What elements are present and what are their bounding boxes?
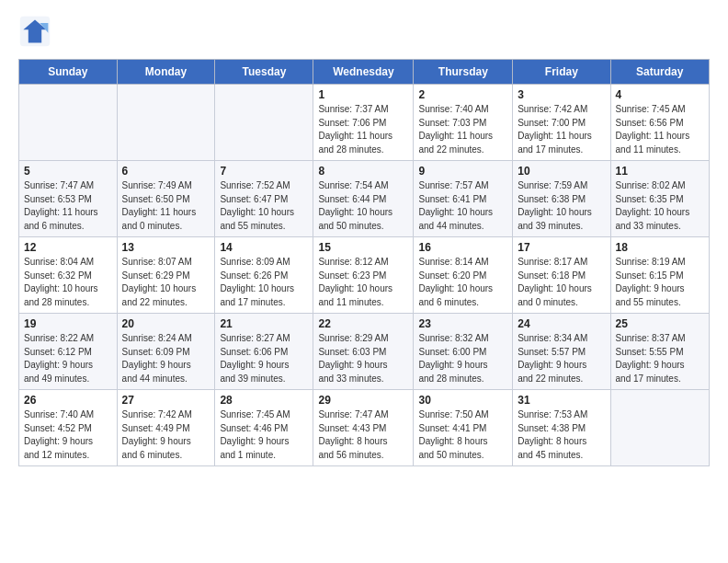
weekday-header: Saturday [610,60,709,85]
day-info: Sunrise: 7:40 AM Sunset: 4:52 PM Dayligh… [24,408,112,462]
calendar-day-cell: 6Sunrise: 7:49 AM Sunset: 6:50 PM Daylig… [117,161,215,237]
calendar-day-cell: 12Sunrise: 8:04 AM Sunset: 6:32 PM Dayli… [19,237,118,314]
day-info: Sunrise: 7:54 AM Sunset: 6:44 PM Dayligh… [318,179,408,233]
weekday-header: Tuesday [215,60,313,85]
calendar-table: SundayMondayTuesdayWednesdayThursdayFrid… [18,59,710,466]
calendar-day-cell: 26Sunrise: 7:40 AM Sunset: 4:52 PM Dayli… [19,390,118,466]
calendar-week-row: 1Sunrise: 7:37 AM Sunset: 7:06 PM Daylig… [19,85,710,161]
day-info: Sunrise: 8:27 AM Sunset: 6:06 PM Dayligh… [220,332,308,385]
calendar-day-cell: 24Sunrise: 8:34 AM Sunset: 5:57 PM Dayli… [513,314,610,390]
day-number: 28 [220,394,308,407]
calendar-day-cell: 15Sunrise: 8:12 AM Sunset: 6:23 PM Dayli… [313,237,414,314]
day-info: Sunrise: 8:12 AM Sunset: 6:23 PM Dayligh… [318,256,408,309]
calendar-day-cell: 19Sunrise: 8:22 AM Sunset: 6:12 PM Dayli… [19,314,118,390]
day-info: Sunrise: 7:47 AM Sunset: 6:53 PM Dayligh… [24,179,112,233]
day-info: Sunrise: 8:22 AM Sunset: 6:12 PM Dayligh… [24,332,112,385]
day-info: Sunrise: 7:45 AM Sunset: 4:46 PM Dayligh… [220,408,308,462]
weekday-header: Wednesday [313,60,414,85]
calendar-week-row: 26Sunrise: 7:40 AM Sunset: 4:52 PM Dayli… [19,390,710,466]
calendar-day-cell: 5Sunrise: 7:47 AM Sunset: 6:53 PM Daylig… [19,161,118,237]
weekday-header: Thursday [414,60,513,85]
day-number: 16 [418,241,507,254]
calendar-day-cell: 14Sunrise: 8:09 AM Sunset: 6:26 PM Dayli… [215,237,313,314]
calendar-day-cell [19,85,118,161]
calendar-day-cell [610,390,709,466]
calendar-day-cell: 22Sunrise: 8:29 AM Sunset: 6:03 PM Dayli… [313,314,414,390]
day-number: 1 [318,88,408,101]
calendar-week-row: 19Sunrise: 8:22 AM Sunset: 6:12 PM Dayli… [19,314,710,390]
calendar-day-cell: 18Sunrise: 8:19 AM Sunset: 6:15 PM Dayli… [610,237,709,314]
day-info: Sunrise: 7:59 AM Sunset: 6:38 PM Dayligh… [518,179,605,233]
day-info: Sunrise: 7:50 AM Sunset: 4:41 PM Dayligh… [418,408,507,462]
calendar-week-row: 12Sunrise: 8:04 AM Sunset: 6:32 PM Dayli… [19,237,710,314]
day-info: Sunrise: 7:45 AM Sunset: 6:56 PM Dayligh… [616,103,704,156]
day-info: Sunrise: 7:47 AM Sunset: 4:43 PM Dayligh… [318,408,408,462]
day-number: 8 [318,165,408,178]
calendar-day-cell: 23Sunrise: 8:32 AM Sunset: 6:00 PM Dayli… [414,314,513,390]
calendar-day-cell [215,85,313,161]
day-number: 21 [220,317,308,330]
weekday-header: Monday [117,60,215,85]
calendar-day-cell: 7Sunrise: 7:52 AM Sunset: 6:47 PM Daylig… [215,161,313,237]
day-info: Sunrise: 7:53 AM Sunset: 4:38 PM Dayligh… [518,408,605,462]
calendar-week-row: 5Sunrise: 7:47 AM Sunset: 6:53 PM Daylig… [19,161,710,237]
day-number: 9 [418,165,507,178]
calendar-day-cell: 21Sunrise: 8:27 AM Sunset: 6:06 PM Dayli… [215,314,313,390]
day-number: 3 [518,88,605,101]
day-number: 15 [318,241,408,254]
day-number: 11 [616,165,704,178]
day-info: Sunrise: 8:14 AM Sunset: 6:20 PM Dayligh… [418,256,507,309]
day-number: 30 [418,394,507,407]
day-info: Sunrise: 8:04 AM Sunset: 6:32 PM Dayligh… [24,256,112,309]
calendar-day-cell [117,85,215,161]
calendar-day-cell: 1Sunrise: 7:37 AM Sunset: 7:06 PM Daylig… [313,85,414,161]
weekday-header-row: SundayMondayTuesdayWednesdayThursdayFrid… [19,60,710,85]
calendar-day-cell: 28Sunrise: 7:45 AM Sunset: 4:46 PM Dayli… [215,390,313,466]
day-number: 25 [616,317,704,330]
day-info: Sunrise: 8:24 AM Sunset: 6:09 PM Dayligh… [122,332,210,385]
day-number: 20 [122,317,210,330]
calendar-day-cell: 27Sunrise: 7:42 AM Sunset: 4:49 PM Dayli… [117,390,215,466]
day-info: Sunrise: 8:29 AM Sunset: 6:03 PM Dayligh… [318,332,408,385]
day-number: 26 [24,394,112,407]
calendar-day-cell: 2Sunrise: 7:40 AM Sunset: 7:03 PM Daylig… [414,85,513,161]
day-number: 12 [24,241,112,254]
calendar-day-cell: 17Sunrise: 8:17 AM Sunset: 6:18 PM Dayli… [513,237,610,314]
page-container: SundayMondayTuesdayWednesdayThursdayFrid… [0,0,728,481]
day-number: 29 [318,394,408,407]
day-number: 22 [318,317,408,330]
day-number: 19 [24,317,112,330]
day-number: 10 [518,165,605,178]
day-info: Sunrise: 7:49 AM Sunset: 6:50 PM Dayligh… [122,179,210,233]
calendar-day-cell: 9Sunrise: 7:57 AM Sunset: 6:41 PM Daylig… [414,161,513,237]
day-info: Sunrise: 7:42 AM Sunset: 4:49 PM Dayligh… [122,408,210,462]
calendar-day-cell: 8Sunrise: 7:54 AM Sunset: 6:44 PM Daylig… [313,161,414,237]
calendar-day-cell: 13Sunrise: 8:07 AM Sunset: 6:29 PM Dayli… [117,237,215,314]
day-info: Sunrise: 7:42 AM Sunset: 7:00 PM Dayligh… [518,103,605,156]
calendar-day-cell: 29Sunrise: 7:47 AM Sunset: 4:43 PM Dayli… [313,390,414,466]
day-number: 2 [418,88,507,101]
day-number: 6 [122,165,210,178]
day-info: Sunrise: 8:02 AM Sunset: 6:35 PM Dayligh… [616,179,704,233]
page-header [18,15,710,48]
day-number: 17 [518,241,605,254]
day-info: Sunrise: 8:34 AM Sunset: 5:57 PM Dayligh… [518,332,605,385]
calendar-day-cell: 30Sunrise: 7:50 AM Sunset: 4:41 PM Dayli… [414,390,513,466]
day-number: 27 [122,394,210,407]
day-number: 24 [518,317,605,330]
calendar-day-cell: 25Sunrise: 8:37 AM Sunset: 5:55 PM Dayli… [610,314,709,390]
day-number: 23 [418,317,507,330]
day-info: Sunrise: 7:37 AM Sunset: 7:06 PM Dayligh… [318,103,408,156]
day-info: Sunrise: 7:52 AM Sunset: 6:47 PM Dayligh… [220,179,308,233]
calendar-day-cell: 11Sunrise: 8:02 AM Sunset: 6:35 PM Dayli… [610,161,709,237]
day-info: Sunrise: 8:19 AM Sunset: 6:15 PM Dayligh… [616,256,704,309]
day-number: 14 [220,241,308,254]
day-number: 18 [616,241,704,254]
day-info: Sunrise: 8:09 AM Sunset: 6:26 PM Dayligh… [220,256,308,309]
weekday-header: Friday [513,60,610,85]
day-number: 31 [518,394,605,407]
calendar-day-cell: 4Sunrise: 7:45 AM Sunset: 6:56 PM Daylig… [610,85,709,161]
day-info: Sunrise: 8:17 AM Sunset: 6:18 PM Dayligh… [518,256,605,309]
logo-icon [18,15,51,48]
calendar-day-cell: 20Sunrise: 8:24 AM Sunset: 6:09 PM Dayli… [117,314,215,390]
